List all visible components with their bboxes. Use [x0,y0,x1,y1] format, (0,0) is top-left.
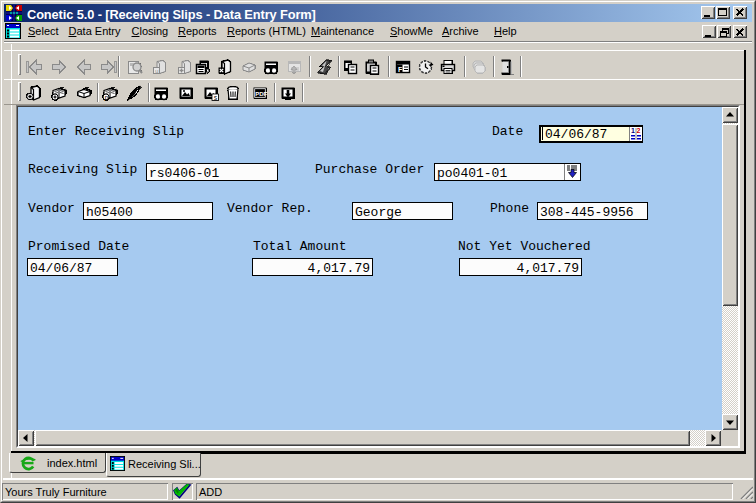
svg-text:2: 2 [637,127,641,134]
svg-text:F: F [398,66,403,73]
svg-text:1: 1 [631,127,635,134]
svg-text:PDF: PDF [255,91,267,97]
svg-text:p: p [105,95,109,102]
svg-text:s: s [213,95,217,101]
svg-text:u: u [155,68,159,75]
